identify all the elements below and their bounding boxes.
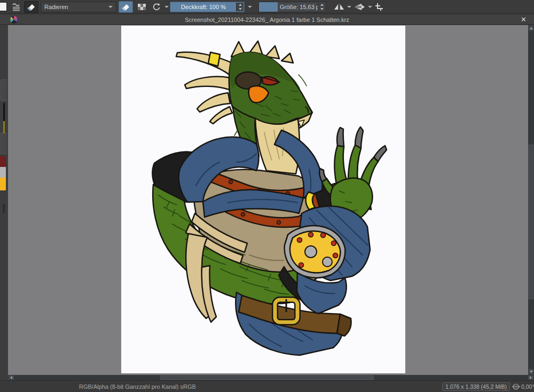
close-icon[interactable]: ✕ bbox=[521, 15, 527, 25]
checkerboard-icon bbox=[138, 4, 146, 10]
canvas-workspace bbox=[0, 25, 534, 380]
canvas-rotation-icon[interactable] bbox=[512, 383, 521, 390]
edit-brush-settings-button[interactable] bbox=[10, 1, 23, 13]
canvas-page[interactable] bbox=[121, 26, 405, 373]
docker-edge-fragment bbox=[0, 167, 6, 178]
horizontal-scroll-thumb[interactable] bbox=[160, 375, 374, 380]
vertical-scrollbar[interactable] bbox=[528, 25, 534, 375]
eraser-preset-icon bbox=[27, 3, 36, 11]
document-tab-bar: Screenshot_20211004-223426_ Argonia 1 fa… bbox=[0, 15, 534, 25]
image-size-memory-badge: 1.076 x 1.338 (45,2 MiB) bbox=[442, 382, 510, 391]
spin-down-icon bbox=[320, 8, 324, 10]
mirror-horizontal-button[interactable] bbox=[332, 1, 346, 13]
opacity-options-dropdown[interactable] bbox=[247, 1, 253, 13]
reload-options-dropdown[interactable] bbox=[163, 1, 170, 13]
scroll-left-button[interactable] bbox=[9, 375, 14, 380]
main-toolbar: Radieren Deckkraft: 100 % Größe: 15,63 bbox=[0, 0, 534, 14]
color-profile-label: RGB/Alpha (8-bit Ganzzahl pro Kanal) sRG… bbox=[79, 381, 196, 392]
horizontal-scrollbar[interactable] bbox=[8, 375, 534, 380]
brush-size-slider[interactable]: Größe: 15,63 px bbox=[258, 2, 326, 12]
chevron-down-icon bbox=[347, 6, 351, 8]
size-label: Größe: 15,63 px bbox=[280, 2, 323, 12]
crop-icon bbox=[375, 3, 383, 11]
chevron-down-icon bbox=[164, 6, 169, 8]
preset-name-label: Radieren bbox=[44, 4, 68, 10]
docker-edge-fragment bbox=[3, 121, 5, 133]
mirror-horizontal-dropdown[interactable] bbox=[346, 1, 352, 13]
size-spinner[interactable] bbox=[318, 3, 325, 11]
reload-icon bbox=[152, 3, 161, 11]
spin-up-icon bbox=[320, 4, 324, 6]
slider-fill bbox=[259, 2, 278, 12]
mirror-vertical-button[interactable] bbox=[352, 1, 367, 13]
spin-up-icon bbox=[239, 4, 242, 6]
eraser-mode-toggle[interactable] bbox=[119, 1, 133, 13]
left-docker-edge bbox=[0, 25, 8, 380]
eraser-icon bbox=[121, 3, 131, 11]
canvas-angle-value[interactable]: 0,00° bbox=[521, 381, 534, 392]
vertical-scroll-thumb[interactable] bbox=[529, 145, 533, 299]
docker-edge-fragment bbox=[3, 204, 5, 213]
mirror-vertical-dropdown[interactable] bbox=[367, 1, 373, 13]
spin-down-icon bbox=[239, 8, 242, 10]
scroll-up-button[interactable] bbox=[529, 26, 533, 31]
trim-button[interactable] bbox=[373, 1, 385, 13]
gradient-chip-cutoff[interactable] bbox=[0, 2, 7, 11]
docker-edge-fragment bbox=[1, 133, 7, 154]
opacity-label: Deckkraft: 100 % bbox=[170, 2, 237, 12]
reload-preset-button[interactable] bbox=[150, 1, 163, 13]
scroll-right-button[interactable] bbox=[528, 375, 533, 380]
docker-edge-fragment bbox=[0, 156, 6, 167]
brush-preset-dropdown[interactable]: Radieren bbox=[41, 2, 116, 12]
chevron-down-icon bbox=[368, 6, 372, 8]
brush-preset-button[interactable] bbox=[24, 1, 38, 13]
chevron-down-icon bbox=[248, 6, 252, 8]
docker-edge-fragment bbox=[0, 178, 6, 190]
opacity-spinner[interactable] bbox=[236, 3, 244, 11]
mirror-vertical-icon bbox=[355, 3, 365, 11]
preserve-alpha-button[interactable] bbox=[135, 1, 148, 13]
artwork-argonian-bust bbox=[121, 26, 405, 373]
mirror-horizontal-icon bbox=[334, 3, 344, 11]
scroll-down-button[interactable] bbox=[529, 369, 533, 374]
docker-edge-fragment bbox=[3, 103, 5, 121]
brush-settings-icon bbox=[12, 3, 21, 11]
docker-edge-fragment bbox=[1, 79, 7, 101]
document-tab-title: Screenshot_20211004-223426_ Argonia 1 fa… bbox=[0, 15, 534, 25]
chevron-down-icon bbox=[108, 6, 113, 8]
opacity-slider[interactable]: Deckkraft: 100 % bbox=[170, 2, 245, 12]
status-bar: RGB/Alpha (8-bit Ganzzahl pro Kanal) sRG… bbox=[0, 380, 534, 392]
